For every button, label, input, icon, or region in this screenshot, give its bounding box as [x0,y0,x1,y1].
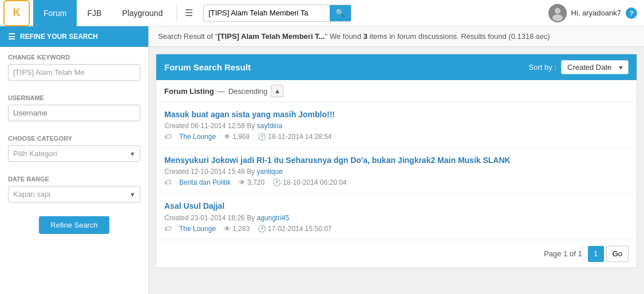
menu-icon[interactable]: ☰ [180,7,197,18]
go-button[interactable]: Go [606,246,629,262]
item-views: 👁1,968 [224,133,250,141]
category-label: CHOOSE CATEGORY [8,135,140,142]
item-created: Created 12-10-2014 15:48 [164,168,245,176]
date-range-select[interactable]: Kapan saja [8,186,140,202]
keyword-input[interactable] [8,64,140,81]
item-tags: 🏷 The Lounge 👁1,968 🕐18-11-2014 14:28:54 [164,133,629,141]
toggle-order-button[interactable]: ▲ [271,85,283,97]
sidebar-menu-icon: ☰ [8,32,15,41]
item-created: Created 06-11-2014 12:58 [164,122,245,130]
sort-label: Sort by : [529,63,556,71]
date-range-label: DATE RANGE [8,176,140,182]
sort-area: Sort by : Created Date Views Replies ▼ [529,60,629,74]
help-icon[interactable]: ? [626,7,637,19]
item-category[interactable]: The Lounge [179,225,216,233]
nav-tab-fjb[interactable]: FJB [77,0,112,26]
item-tags: 🏷 The Lounge 👁1,283 🕐17-02-2014 15:50:07 [164,225,629,233]
item-last-post: 🕐17-02-2014 15:50:07 [258,225,331,233]
category-select[interactable]: Pilih Kategori [8,145,140,162]
sort-select-wrap: Created Date Views Replies ▼ [561,60,629,74]
list-item: Masuk buat agan sista yang masih Jomblo!… [156,102,637,148]
item-meta: Created 06-11-2014 12:58 By sayfdina [164,122,629,130]
banner-count: 3 [364,32,368,41]
item-author[interactable]: agungtri45 [256,214,289,222]
item-by: By [247,122,255,130]
sidebar-header-label: REFINE YOUR SEARCH [20,33,98,41]
svg-point-2 [552,14,563,21]
nav-divider [176,5,177,22]
item-last-post: 🕐18-10-2014 06:20:04 [272,178,346,186]
content-area: Search Result of "[TIPS] Alam Telah Memb… [149,26,644,294]
date-range-select-wrap: Kapan saja ▼ [8,186,140,202]
listing-order: Descending [228,87,268,96]
avatar [548,4,567,22]
banner-suffix: " We found [325,32,363,41]
banner-query: [TIPS] Alam Telah Memberi T... [218,32,325,41]
item-author[interactable]: yantique [256,168,282,176]
item-category[interactable]: Berita dan Politik [179,178,231,186]
main-layout: ☰ REFINE YOUR SEARCH CHANGE KEYWORD USER… [0,26,644,294]
refine-search-button[interactable]: Refine Search [39,216,109,234]
search-button[interactable]: 🔍 [330,5,351,21]
sort-select[interactable]: Created Date Views Replies [561,60,629,74]
item-title[interactable]: Mensyukuri Jokowi jadi RI-1 itu Seharusn… [164,155,629,165]
item-by: By [247,168,255,176]
list-item: Asal Usul Dajjal Created 23-01-2014 18:2… [156,194,637,240]
search-bar: 🔍 [203,5,351,22]
pagination-bar: Page 1 of 1 1 Go [156,240,637,268]
category-section: CHOOSE CATEGORY Pilih Kategori ▼ [0,128,148,169]
item-author[interactable]: sayfdina [256,122,282,130]
refine-btn-wrap: Refine Search [0,209,148,242]
user-greeting: Hi, aryadoank7 [571,9,621,17]
forum-result-box: Forum Search Result Sort by : Created Da… [156,54,637,268]
keyword-label: CHANGE KEYWORD [8,54,140,61]
username-section: USERNAME [0,88,148,128]
date-range-section: DATE RANGE Kapan saja ▼ [0,169,148,209]
result-banner: Search Result of "[TIPS] Alam Telah Memb… [149,26,644,47]
forum-result-header: Forum Search Result Sort by : Created Da… [156,54,637,80]
item-meta: Created 12-10-2014 15:48 By yantique [164,168,629,176]
forum-result-title: Forum Search Result [164,62,251,72]
sidebar: ☰ REFINE YOUR SEARCH CHANGE KEYWORD USER… [0,26,149,294]
banner-postfix: items in forum discussions. Results foun… [368,32,550,41]
search-input[interactable] [204,9,330,17]
item-views: 👁3,720 [239,178,264,186]
item-title[interactable]: Asal Usul Dajjal [164,201,629,211]
list-item: Mensyukuri Jokowi jadi RI-1 itu Seharusn… [156,148,637,194]
svg-point-1 [555,8,560,14]
user-area: Hi, aryadoank7 ? [548,4,644,22]
page-1-button[interactable]: 1 [588,246,604,262]
nav-tab-playground[interactable]: Playground [112,0,173,26]
banner-prefix: Search Result of " [158,32,218,41]
item-category[interactable]: The Lounge [179,133,216,141]
sidebar-header: ☰ REFINE YOUR SEARCH [0,26,148,47]
keyword-section: CHANGE KEYWORD [0,47,148,88]
item-views: 👁1,283 [224,225,250,233]
item-tags: 🏷 Berita dan Politik 👁3,720 🕐18-10-2014 … [164,178,629,186]
top-nav: K Forum FJB Playground ☰ 🔍 Hi, aryadoank… [0,0,644,26]
username-label: USERNAME [8,94,140,101]
logo-text: K [13,7,21,19]
listing-label: Forum Listing [164,87,214,96]
category-select-wrap: Pilih Kategori ▼ [8,145,140,162]
item-created: Created 23-01-2014 18:26 [164,214,245,222]
item-meta: Created 23-01-2014 18:26 By agungtri45 [164,214,629,222]
logo[interactable]: K [3,0,30,26]
item-last-post: 🕐18-11-2014 14:28:54 [258,133,331,141]
item-title[interactable]: Masuk buat agan sista yang masih Jomblo!… [164,109,629,120]
forum-listing-bar: Forum Listing — Descending ▲ [156,80,637,102]
item-by: By [247,214,255,222]
page-info: Page 1 of 1 [544,249,582,258]
nav-tab-forum[interactable]: Forum [33,0,77,26]
username-input[interactable] [8,105,140,121]
